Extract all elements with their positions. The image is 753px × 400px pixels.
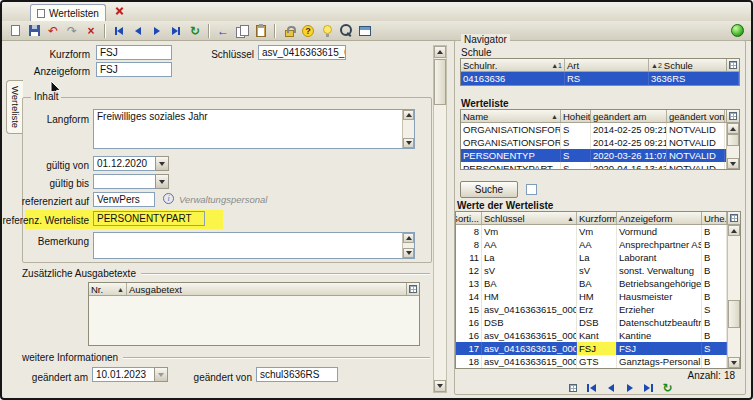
col-sortierung[interactable]: Sorti... [456,212,482,224]
col-art[interactable]: Art [565,59,649,71]
werteliste-scrollbar[interactable] [726,123,739,169]
scroll-up-icon[interactable] [727,123,739,134]
col-ausgabetext[interactable]: Ausgabetext [127,283,419,295]
referenz-werteliste-field[interactable]: PERSONENTYPART [93,211,205,226]
status-indicator-icon[interactable] [731,24,744,37]
werteliste-row[interactable]: ORGANISATIONSFORM SVE S 2014-02-25 09:21… [461,136,739,149]
col-kurzform[interactable]: Kurzform [577,212,617,224]
col-nr[interactable]: Nr.▲ [89,283,127,295]
undo-icon[interactable]: ↶ [44,22,62,39]
col-schluessel[interactable]: Schlüssel▲ [482,212,577,224]
refresh-icon[interactable]: ↻ [186,22,204,39]
refresh-icon[interactable]: ↻ [660,381,675,394]
bemerkung-textarea[interactable] [93,232,415,259]
kurzform-field[interactable]: FSJ [96,45,172,60]
form-scrollbar[interactable] [433,45,447,393]
scroll-down-icon[interactable] [727,158,739,169]
schluessel-field[interactable]: asv_0416363615_00 [258,45,346,60]
schule-row[interactable]: 04163636 RS 3636RS [461,72,739,85]
referenziert-auf-field[interactable]: VerwPers [93,192,155,207]
redo-icon[interactable]: ↷ [63,22,81,39]
scroll-up-icon[interactable] [728,225,740,236]
hint-bulb-icon[interactable] [318,22,336,39]
chevron-down-icon[interactable] [155,174,169,189]
tab-wertelisten[interactable]: Wertelisten [30,4,106,21]
werte-row-selected[interactable]: 17asv_0416363615_000000FSJFSJS [456,342,740,355]
help-icon[interactable]: ? [299,22,317,39]
geaendert-von-field[interactable]: schul3636RS [256,367,338,382]
gueltig-von-value[interactable]: 01.12.2020 [93,156,155,171]
scroll-down-icon[interactable] [434,380,446,392]
werte-row[interactable]: 13BABABetriebsangehörigerB [456,277,740,290]
werte-scrollbar[interactable] [727,225,740,368]
bemerkung-scrollbar[interactable] [402,233,414,258]
suche-button[interactable]: Suche [460,181,518,198]
scrollbar-thumb[interactable] [434,59,446,105]
werte-row[interactable]: 11LaLaLaborantB [456,251,740,264]
chevron-down-icon[interactable] [155,156,169,171]
col-geaendert-von[interactable]: geändert von [667,110,725,122]
langform-scrollbar[interactable] [402,110,414,148]
nav-prev-icon[interactable] [603,381,618,394]
nav-prev-icon[interactable] [129,22,147,39]
nav-last-icon[interactable] [167,22,185,39]
scrollbar-thumb[interactable] [728,300,740,328]
werte-row[interactable]: 15asv_0416363615_000000ErzErzieherS [456,303,740,316]
gueltig-bis-value[interactable] [93,174,155,189]
save-icon[interactable] [25,22,43,39]
scroll-up-icon[interactable] [403,233,414,243]
col-name[interactable]: Name▲ [461,110,561,122]
col-urheber[interactable]: Urhe... [702,212,727,224]
kurzform-label: Kurzform [22,47,90,61]
column-chooser-icon[interactable] [726,110,739,122]
werte-row[interactable]: 8VmVmVormundB [456,225,740,238]
lock-icon[interactable] [280,22,298,39]
anzeigeform-field[interactable]: FSJ [96,62,172,77]
back-icon[interactable]: ← [214,22,232,39]
new-record-icon[interactable] [6,22,24,39]
nav-last-icon[interactable] [641,381,656,394]
scroll-down-icon[interactable] [403,138,414,148]
nav-next-icon[interactable] [148,22,166,39]
scroll-up-icon[interactable] [403,110,414,120]
table-grid-icon[interactable] [565,381,580,394]
werteliste-row[interactable]: PERSONENTYPART S 2020-04-16 13:43:27 NOT… [461,162,739,169]
col-schulnr[interactable]: Schulnr.▲1 [461,59,565,71]
side-tab-werteliste[interactable]: Werteliste [6,80,23,134]
column-chooser-icon[interactable] [726,59,739,71]
copy-icon[interactable] [233,22,251,39]
werte-row[interactable]: 16asv_0416363615_000KantKantineB [456,329,740,342]
column-chooser-icon[interactable] [406,283,419,295]
werteliste-row-selected[interactable]: PERSONENTYP S 2020-03-26 11:07:56... NOT… [461,149,739,162]
werte-row[interactable]: 8AAAAAnsprechpartner ASDB [456,238,740,251]
paste-icon[interactable] [252,22,270,39]
column-chooser-icon[interactable] [727,212,740,224]
search-icon[interactable] [337,22,355,39]
nav-first-icon[interactable] [584,381,599,394]
scroll-up-icon[interactable] [434,46,446,58]
cell-sortierung: 8 [456,225,482,238]
nav-next-icon[interactable] [622,381,637,394]
gueltig-bis-combo[interactable] [93,174,169,189]
langform-textarea[interactable]: Freiwilliges soziales Jahr [93,109,415,149]
suche-checkbox[interactable] [526,184,537,195]
scroll-down-icon[interactable] [403,248,414,258]
col-anzeigeform[interactable]: Anzeigeform [617,212,702,224]
scrollbar-thumb[interactable] [727,134,739,146]
scroll-down-icon[interactable] [728,357,740,368]
nav-first-icon[interactable] [110,22,128,39]
col-hoheit[interactable]: Hoheit [561,110,591,122]
werte-row[interactable]: 14HMHMHausmeisterB [456,290,740,303]
werte-row[interactable]: 16DSBDSBDatenschutzbeauftragt...B [456,316,740,329]
col-geaendert-am[interactable]: geändert am [591,110,667,122]
werteliste-row[interactable]: ORGANISATIONSFORM S 2014-02-25 09:21:59.… [461,123,739,136]
gueltig-von-combo[interactable]: 01.12.2020 [93,156,169,171]
werte-row[interactable]: 18asv_0416363615_000000GTSGanztags-Perso… [456,355,740,368]
geaendert-am-value[interactable]: 10.01.2023 [92,367,154,382]
cell-schule: 3636RS [649,72,739,85]
window-icon[interactable] [356,22,374,39]
delete-icon[interactable]: × [82,22,100,39]
werte-row[interactable]: 12sVsVsonst. VerwaltungB [456,264,740,277]
geaendert-am-combo[interactable]: 10.01.2023 [92,367,168,382]
chevron-down-icon[interactable] [154,367,168,382]
